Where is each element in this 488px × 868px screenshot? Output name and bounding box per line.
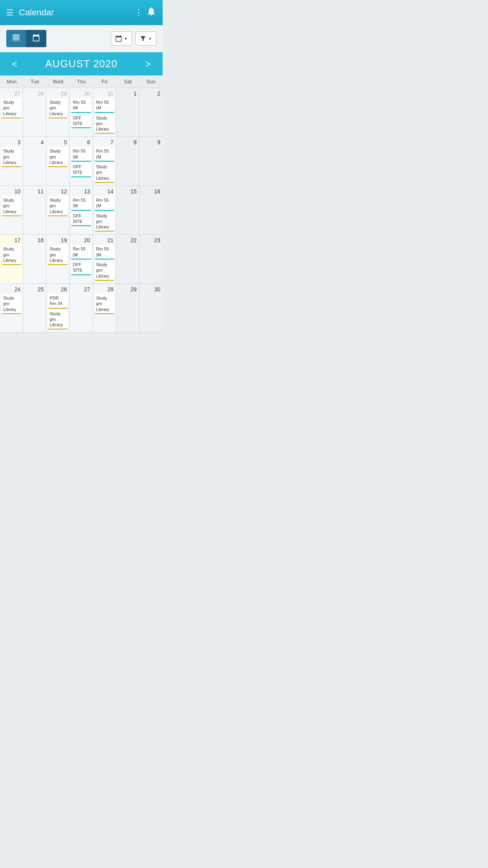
svg-rect-3 bbox=[13, 40, 20, 41]
event-item[interactable]: Study gro Library bbox=[95, 114, 114, 134]
day-cell-16[interactable]: 16 bbox=[139, 186, 163, 234]
day-cell-3[interactable]: 3Study gro Library bbox=[0, 137, 23, 185]
event-item[interactable]: Study gro Library bbox=[48, 245, 68, 265]
day-number: 16 bbox=[141, 188, 161, 196]
day-cell-7[interactable]: 7Rm 55 (MStudy gro Library bbox=[93, 137, 116, 185]
day-cell-27[interactable]: 27 bbox=[70, 284, 93, 332]
day-header-fri: Fri bbox=[93, 75, 116, 88]
day-number: 24 bbox=[2, 285, 21, 294]
day-number: 28 bbox=[25, 90, 44, 98]
day-cell-25[interactable]: 25 bbox=[23, 284, 46, 332]
day-number: 17 bbox=[2, 236, 21, 245]
event-item[interactable]: Study gro Library bbox=[95, 163, 114, 183]
day-number: 1 bbox=[118, 90, 138, 98]
day-number: 10 bbox=[2, 188, 21, 196]
event-item[interactable]: OFF SITE bbox=[71, 212, 91, 226]
day-header-sat: Sat bbox=[116, 75, 139, 88]
day-number: 22 bbox=[118, 236, 138, 245]
day-cell-18[interactable]: 18 bbox=[23, 235, 46, 283]
event-item[interactable]: Study gro Library bbox=[48, 98, 68, 118]
day-cell-28[interactable]: 28 bbox=[23, 88, 46, 136]
day-number: 2 bbox=[141, 90, 161, 98]
day-cell-5[interactable]: 5Study gro Library bbox=[46, 137, 70, 185]
event-item[interactable]: Rm 55 (M bbox=[95, 245, 114, 259]
filter-button[interactable]: ▼ bbox=[135, 31, 156, 46]
week-row-3: 17Study gro Library1819Study gro Library… bbox=[0, 235, 163, 283]
day-cell-30[interactable]: 30 bbox=[139, 284, 163, 332]
hamburger-icon[interactable]: ☰ bbox=[6, 8, 13, 17]
day-cell-29[interactable]: 29Study gro Library bbox=[46, 88, 70, 136]
day-cell-22[interactable]: 22 bbox=[116, 235, 139, 283]
event-item[interactable]: Rm 55 (M bbox=[71, 245, 91, 259]
week-row-0: 27Study gro Library2829Study gro Library… bbox=[0, 88, 163, 137]
event-item[interactable]: Study gro Library bbox=[2, 147, 21, 167]
event-item[interactable]: Study gro Library bbox=[2, 196, 21, 216]
event-item[interactable]: OFF SITE bbox=[71, 163, 91, 177]
week-row-2: 10Study gro Library1112Study gro Library… bbox=[0, 186, 163, 235]
day-number: 9 bbox=[141, 138, 161, 147]
day-cell-11[interactable]: 11 bbox=[23, 186, 46, 234]
day-cell-17[interactable]: 17Study gro Library bbox=[0, 235, 23, 283]
day-number: 23 bbox=[141, 236, 161, 245]
event-item[interactable]: PDR Rm 34 bbox=[48, 294, 68, 309]
dots-menu-icon[interactable]: ⋮ bbox=[134, 7, 143, 18]
event-item[interactable]: OFF SITE bbox=[71, 114, 91, 129]
day-cell-21[interactable]: 21Rm 55 (MStudy gro Library bbox=[93, 235, 116, 283]
event-item[interactable]: Study gro Library bbox=[2, 294, 21, 314]
event-item[interactable]: Rm 55 (M bbox=[95, 98, 114, 113]
list-view-button[interactable] bbox=[6, 30, 26, 47]
event-item[interactable]: Study gro Library bbox=[95, 212, 114, 232]
day-number: 29 bbox=[48, 90, 68, 98]
event-item[interactable]: Rm 55 (M bbox=[71, 147, 91, 162]
event-item[interactable]: Study gro Library bbox=[48, 310, 68, 330]
header-title: Calendar bbox=[19, 7, 134, 18]
view-toggle bbox=[6, 30, 46, 47]
day-number: 20 bbox=[71, 236, 91, 245]
prev-month-button[interactable]: < bbox=[8, 59, 21, 70]
event-item[interactable]: Rm 55 (M bbox=[71, 98, 91, 113]
day-cell-24[interactable]: 24Study gro Library bbox=[0, 284, 23, 332]
event-item[interactable]: OFF SITE bbox=[71, 261, 91, 275]
day-cell-8[interactable]: 8 bbox=[116, 137, 139, 185]
day-cell-27[interactable]: 27Study gro Library bbox=[0, 88, 23, 136]
bell-icon[interactable] bbox=[146, 6, 156, 19]
day-cell-2[interactable]: 2 bbox=[139, 88, 163, 136]
day-cell-10[interactable]: 10Study gro Library bbox=[0, 186, 23, 234]
day-number: 18 bbox=[25, 236, 44, 245]
day-cell-29[interactable]: 29 bbox=[116, 284, 139, 332]
calendar-chevron: ▼ bbox=[124, 37, 128, 41]
day-cell-19[interactable]: 19Study gro Library bbox=[46, 235, 70, 283]
day-cell-30[interactable]: 30Rm 55 (MOFF SITE bbox=[70, 88, 93, 136]
event-item[interactable]: Study gro Library bbox=[95, 294, 114, 314]
day-number: 13 bbox=[71, 188, 91, 196]
day-cell-23[interactable]: 23 bbox=[139, 235, 163, 283]
day-cell-13[interactable]: 13Rm 55 (MOFF SITE bbox=[70, 186, 93, 234]
event-item[interactable]: Rm 55 (M bbox=[95, 196, 114, 211]
day-cell-31[interactable]: 31Rm 55 (MStudy gro Library bbox=[93, 88, 116, 136]
event-item[interactable]: Study gro Library bbox=[2, 245, 21, 265]
day-cell-4[interactable]: 4 bbox=[23, 137, 46, 185]
day-cell-14[interactable]: 14Rm 55 (MStudy gro Library bbox=[93, 186, 116, 234]
event-item[interactable]: Study gro Library bbox=[95, 261, 114, 281]
top-header: ☰ Calendar ⋮ bbox=[0, 0, 163, 25]
day-cell-9[interactable]: 9 bbox=[139, 137, 163, 185]
day-cell-6[interactable]: 6Rm 55 (MOFF SITE bbox=[70, 137, 93, 185]
event-item[interactable]: Study gro Library bbox=[48, 147, 68, 167]
calendar-filter-button[interactable]: ▼ bbox=[111, 31, 132, 46]
day-number: 11 bbox=[25, 188, 44, 196]
day-cell-28[interactable]: 28Study gro Library bbox=[93, 284, 116, 332]
day-cell-15[interactable]: 15 bbox=[116, 186, 139, 234]
next-month-button[interactable]: > bbox=[141, 59, 155, 70]
day-cell-26[interactable]: 26PDR Rm 34Study gro Library bbox=[46, 284, 70, 332]
event-item[interactable]: Rm 55 (M bbox=[95, 147, 114, 162]
event-item[interactable]: Study gro Library bbox=[48, 196, 68, 216]
day-cell-12[interactable]: 12Study gro Library bbox=[46, 186, 70, 234]
event-item[interactable]: Rm 55 (M bbox=[71, 196, 91, 211]
event-item[interactable]: Study gro Library bbox=[2, 98, 21, 118]
week-row-4: 24Study gro Library2526PDR Rm 34Study gr… bbox=[0, 284, 163, 333]
day-cell-20[interactable]: 20Rm 55 (MOFF SITE bbox=[70, 235, 93, 283]
day-number: 15 bbox=[118, 188, 138, 196]
calendar-view-button[interactable] bbox=[26, 30, 46, 47]
day-cell-1[interactable]: 1 bbox=[116, 88, 139, 136]
svg-rect-1 bbox=[13, 37, 20, 38]
